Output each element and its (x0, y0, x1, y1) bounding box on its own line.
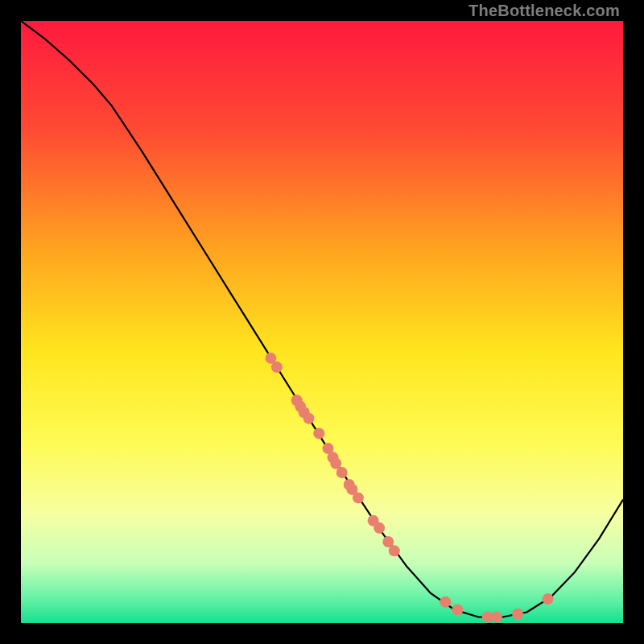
scatter-point (353, 492, 364, 503)
scatter-point (440, 597, 451, 608)
scatter-point (374, 522, 385, 534)
chart-background (21, 21, 623, 623)
scatter-point (491, 612, 502, 623)
scatter-point (543, 593, 554, 605)
scatter-point (303, 413, 315, 424)
watermark-text: TheBottleneck.com (469, 2, 620, 20)
scatter-point (512, 609, 523, 620)
scatter-point (336, 467, 348, 478)
scatter-point (452, 605, 463, 616)
chart-frame (21, 21, 623, 623)
chart-svg (21, 21, 623, 623)
scatter-point (313, 427, 324, 439)
scatter-point (389, 545, 400, 556)
scatter-point (271, 361, 283, 373)
